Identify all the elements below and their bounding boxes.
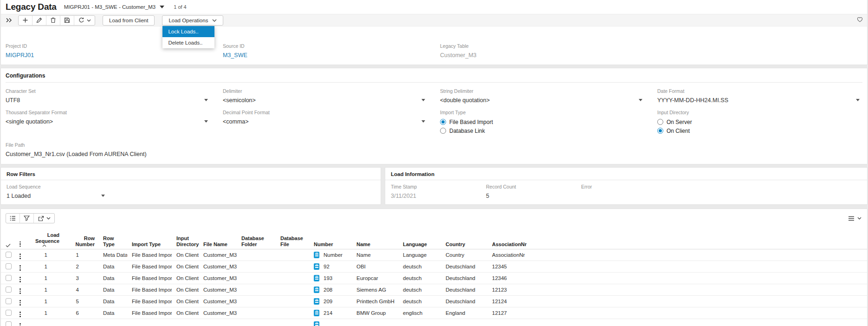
load-from-client-button[interactable]: Load from Client	[103, 15, 155, 26]
cell-input-directory: On Client	[172, 261, 199, 273]
table-row[interactable]: 11Meta DataFile Based ImportOn ClientCus…	[1, 249, 867, 261]
source-id-link[interactable]: M3_SWE	[223, 51, 428, 59]
date-format-select[interactable]: YYYY-MM-DD-HH24.MI.SS	[657, 96, 862, 104]
delimiter-select[interactable]: <semicolon>	[223, 96, 428, 104]
row-checkbox[interactable]	[6, 287, 12, 293]
save-button[interactable]	[60, 16, 74, 25]
cell-number	[309, 319, 352, 326]
refresh-menu-button[interactable]	[74, 16, 95, 25]
table-row[interactable]	[1, 319, 867, 326]
row-menu-icon[interactable]	[18, 253, 23, 260]
character-set-select[interactable]: UTF8	[6, 96, 211, 104]
cell-database-file	[276, 296, 309, 307]
document-icon[interactable]	[314, 287, 319, 293]
col-association-nr[interactable]: AssociationNr	[487, 226, 543, 249]
cell-file-name: Customer_M3_I	[199, 273, 237, 284]
delete-button[interactable]	[46, 16, 60, 25]
document-icon[interactable]	[314, 310, 319, 316]
cell-row-type	[98, 319, 127, 326]
col-database-file[interactable]: Database File	[276, 226, 309, 249]
col-number[interactable]: Number	[309, 226, 352, 249]
col-database-folder[interactable]: Database Folder	[237, 226, 276, 249]
cell-import-type: File Based Import	[127, 249, 172, 261]
sort-asc-icon	[30, 244, 59, 248]
chevron-down-icon	[212, 19, 217, 22]
decimal-point-select[interactable]: <comma>	[223, 117, 428, 125]
dropdown-arrow-icon	[639, 99, 642, 101]
chevron-down-icon	[160, 6, 164, 8]
cell-load-sequence: 1	[25, 249, 63, 261]
col-language[interactable]: Language	[398, 226, 441, 249]
col-row-type[interactable]: Row Type	[98, 226, 127, 249]
col-import-type[interactable]: Import Type	[127, 226, 172, 249]
table-row[interactable]: 12DataFile Based ImportOn ClientCustomer…	[1, 261, 867, 273]
row-checkbox[interactable]	[6, 298, 12, 304]
menu-item-lock-loads[interactable]: Lock Loads..	[162, 26, 214, 37]
load-operations-button[interactable]: Load Operations	[162, 15, 223, 26]
radio-database-link[interactable]: Database Link	[440, 126, 645, 135]
record-actions-group	[18, 15, 95, 26]
radio-file-based-import[interactable]: File Based Import	[440, 117, 645, 126]
table-row[interactable]: 15DataFile Based ImportOn ClientCustomer…	[1, 296, 867, 307]
row-checkbox[interactable]	[6, 252, 12, 258]
row-checkbox[interactable]	[6, 310, 12, 316]
string-delimiter-select[interactable]: <double quotation>	[440, 96, 645, 104]
document-icon[interactable]	[314, 275, 319, 281]
row-menu-icon[interactable]	[18, 299, 23, 306]
export-menu-button[interactable]	[34, 214, 54, 223]
cell-number: 193	[309, 273, 352, 284]
table-row[interactable]: 16DataFile Based ImportOn ClientCustomer…	[1, 307, 867, 319]
heart-icon[interactable]	[857, 17, 863, 22]
row-menu-icon[interactable]	[18, 311, 23, 318]
record-selector[interactable]: MIGPRJ01 - M3_SWE - Customer_M3	[64, 4, 164, 10]
row-menu-icon[interactable]	[18, 322, 23, 326]
col-file-name[interactable]: File Name	[199, 226, 237, 249]
table-actions-group	[6, 213, 55, 223]
field-delimiter: Delimiter <semicolon>	[223, 88, 428, 104]
table-row[interactable]: 13DataFile Based ImportOn ClientCustomer…	[1, 273, 867, 284]
cell-file-name: Customer_M3_I	[199, 249, 237, 261]
cell-language	[398, 319, 441, 326]
add-button[interactable]	[19, 16, 32, 25]
document-icon[interactable]	[314, 263, 319, 270]
cell-database-file	[276, 319, 309, 326]
radio-on-server[interactable]: On Server	[657, 117, 862, 126]
document-icon[interactable]	[314, 321, 319, 326]
select-all-header[interactable]	[1, 226, 13, 249]
col-load-sequence[interactable]: Load Sequence	[25, 226, 63, 249]
cell-row-number: 5	[63, 296, 98, 307]
col-name[interactable]: Name	[352, 226, 398, 249]
cell-name: Name	[352, 249, 398, 261]
document-icon[interactable]	[314, 252, 319, 258]
row-menu-icon[interactable]	[18, 276, 23, 283]
list-details-button[interactable]	[6, 214, 20, 223]
field-date-format: Date Format YYYY-MM-DD-HH24.MI.SS	[657, 88, 862, 104]
header-card: Legacy Data MIGPRJ01 - M3_SWE - Customer…	[0, 0, 868, 65]
row-filters-panel: Row Filters Load Sequence 1 Loaded	[0, 167, 381, 205]
table-row[interactable]: 14DataFile Based ImportOn ClientCustomer…	[1, 284, 867, 296]
project-id-link[interactable]: MIGPRJ01	[6, 51, 211, 59]
col-country[interactable]: Country	[441, 226, 487, 249]
row-checkbox[interactable]	[6, 263, 12, 269]
cell-number: Number	[309, 249, 352, 261]
row-menu-icon[interactable]	[18, 264, 23, 272]
radio-on-client[interactable]: On Client	[657, 126, 862, 135]
cell-row-number: 1	[63, 249, 98, 261]
cell-row-type: Data	[98, 296, 127, 307]
titlebar: Legacy Data MIGPRJ01 - M3_SWE - Customer…	[1, 0, 867, 14]
filter-button[interactable]	[20, 214, 34, 223]
cell-import-type: File Based Import	[127, 261, 172, 273]
double-chevron-right-icon[interactable]	[6, 17, 13, 23]
table-settings-button[interactable]	[848, 216, 862, 221]
row-checkbox[interactable]	[6, 275, 12, 281]
col-row-number[interactable]: Row Number	[63, 226, 98, 249]
document-icon[interactable]	[314, 298, 319, 305]
thousand-separator-select[interactable]: <single quotation>	[6, 117, 211, 125]
row-menu-icon[interactable]	[18, 287, 23, 295]
col-input-directory[interactable]: Input Directory	[172, 226, 199, 249]
row-checkbox[interactable]	[6, 321, 12, 326]
cell-database-file	[276, 284, 309, 296]
menu-item-delete-loads[interactable]: Delete Loads..	[162, 37, 214, 48]
load-sequence-select[interactable]: 1 Loaded	[6, 192, 108, 200]
edit-button[interactable]	[32, 16, 46, 25]
